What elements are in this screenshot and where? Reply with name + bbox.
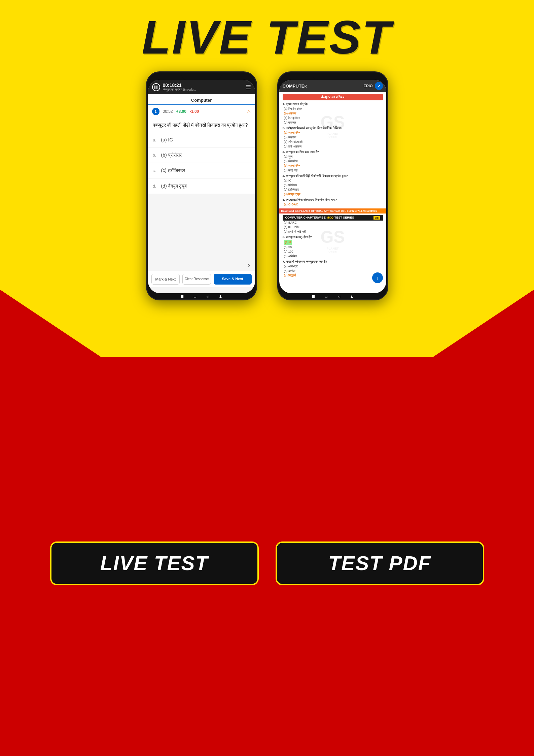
clear-response-button[interactable]: Clear Response (182, 274, 211, 285)
hamburger-icon[interactable]: ☰ (246, 84, 251, 91)
pdf-q2-b: (b) लेबनीज (284, 135, 383, 140)
option-a-text: (a) IC (161, 137, 173, 142)
phones-container: 00:18:21 कंप्यूटर का परिचय (Introdu... ☰… (146, 71, 388, 300)
phone-nav-bar: ☰ □ ◁ ♟ (147, 293, 256, 299)
option-c-text: (c) ट्रॉजिस्टर (161, 168, 185, 173)
pdf-q7-c: (c) सिद्धार्थ (284, 273, 383, 278)
pdf-q1-b: (b) अबेकस (284, 111, 383, 116)
page-title: LIVE TEST (142, 10, 392, 65)
question-text: कम्प्यूटर की पहली पीढ़ी में कोनसी डिवाइस… (148, 118, 255, 132)
pdf-q3-a: (a) लूज (284, 155, 383, 159)
pdf-q2-a: (a) चार्ल्स बेवेज (284, 131, 383, 135)
tab-bar: Computer (148, 94, 255, 105)
fullscreen-button[interactable]: ⤢ (375, 82, 383, 90)
nav-back-icon: ◁ (206, 295, 209, 298)
live-test-button-label: LIVE TEST (100, 552, 208, 575)
quiz-screen: 00:18:21 कंप्यूटर का परिचय (Introdu... ☰… (148, 80, 255, 293)
pdf-q4-c: (c) ट्रॉजिस्टर (284, 188, 383, 192)
pdf-q3-b: (b) लेवबनीज (284, 159, 383, 164)
nav-person-icon: ♟ (219, 295, 222, 298)
timer-block: 00:18:21 कंप्यूटर का परिचय (Introdu... (163, 83, 196, 92)
pdf-screen: COMPUTER ERIO ⤢ कंप्यूटर का परिचय GS P (279, 80, 386, 293)
pdf-q3: 3. कम्प्यूटर का पिता कहा जाता है? (283, 150, 383, 154)
pdf-q1-d: (d) पास्कल (284, 121, 383, 125)
right-phone-nav-bar: ☰ □ ◁ ♟ (278, 293, 387, 299)
right-phone: COMPUTER ERIO ⤢ कंप्यूटर का परिचय GS P (277, 71, 388, 300)
option-b-text: (b) प्रोसेसर (161, 152, 182, 158)
pdf-q2-d: (d) हार्ड आइकन (284, 144, 383, 149)
warning-icon: ⚠ (247, 109, 251, 114)
question-time: 00:52 (163, 109, 173, 114)
next-arrow[interactable]: › (248, 261, 250, 270)
pause-button[interactable] (152, 83, 160, 91)
option-d-label: d. (153, 184, 161, 189)
pdf-q7-a: (a) आर्यभट्ट (284, 264, 383, 269)
pdf-q1-c: (c) कैलकुलेटर (284, 116, 383, 121)
pdf-section-title: कंप्यूटर का परिचय (283, 94, 383, 100)
tab-label[interactable]: Computer (191, 98, 212, 103)
option-c[interactable]: c. (c) ट्रॉजिस्टर (148, 163, 255, 178)
nav-person-icon-r: ♟ (350, 295, 353, 298)
pdf-q6: 6. कम्प्यूटर का IQ होता है? (283, 235, 383, 239)
left-phone: 00:18:21 कंप्यूटर का परिचय (Introdu... ☰… (146, 71, 257, 300)
pdf-q3-d: (d) कोई नहीं (284, 168, 383, 173)
nav-menu-icon: ☰ (181, 295, 184, 298)
test-pdf-button[interactable]: TEST PDF (276, 541, 484, 585)
pause-icon (154, 86, 157, 89)
pdf-q2-c: (c) जॉन मोउफली (284, 140, 383, 144)
options-list: a. (a) IC b. (b) प्रोसेसर c. (c) ट्रॉजिस… (148, 132, 255, 194)
pdf-q6-c: (c) 100 (284, 250, 383, 254)
live-test-button[interactable]: LIVE TEST (50, 541, 259, 585)
nav-back-icon-r: ◁ (337, 295, 340, 298)
quiz-timer: 00:18:21 (163, 83, 196, 88)
option-a[interactable]: a. (a) IC (148, 132, 255, 147)
pdf-q3-c: (c) चार्ल्स बेवेज (284, 164, 383, 168)
pdf-s2-none: (d) इनमें से कोई नहीं (284, 230, 383, 234)
pdf-q6-b: (b) 50 (284, 245, 383, 250)
quiz-header: 00:18:21 कंप्यूटर का परिचय (Introdu... ☰ (148, 80, 255, 94)
pdf-q6-a: (a) 0 (284, 240, 292, 245)
pdf-q7-b: (b) अशोक (284, 269, 383, 274)
pdf-section-header: COMPUTER CHAPTERWISE MCQ TEST SERIES GS (283, 215, 383, 221)
bottom-buttons: Mark & Next Clear Response Save & Next (148, 271, 255, 287)
pdf-q4-b: (b) प्रोसेसर (284, 183, 383, 188)
save-next-button[interactable]: Save & Next (214, 274, 252, 285)
bottom-buttons-row: LIVE TEST TEST PDF (50, 541, 484, 585)
pdf-content: कंप्यूटर का परिचय GS PLANET Official 1. … (279, 92, 386, 278)
quiz-subtitle: कंप्यूटर का परिचय (Introdu... (163, 88, 196, 92)
question-meta: 1 00:52 +3.00 -1.00 ⚠ (148, 105, 255, 118)
bottom-section: LIVE TEST TEST PDF (0, 357, 534, 756)
pdf-q7: 7. भारत में बने प्रथम कम्प्यूटर का नाम ह… (283, 260, 383, 264)
score-negative: -1.00 (190, 109, 199, 114)
pdf-q6-d: (d) अभिमित (284, 254, 383, 259)
gs-label: GS (373, 216, 380, 220)
option-c-label: c. (153, 168, 161, 173)
pdf-q4-d: (d) वेक्यूम ट्यूब (284, 192, 383, 197)
option-d-text: (d) वैक्यूम ट्यूब (161, 183, 187, 189)
test-pdf-button-label: TEST PDF (328, 552, 431, 575)
pdf-q7-d: (d) बुद्ध (284, 278, 383, 279)
pdf-q1: 1. प्रथम गणना यंत्र है? (283, 102, 383, 106)
option-a-label: a. (153, 137, 161, 142)
pdf-s2-barc: (b) BARC (284, 221, 383, 225)
header-left: 00:18:21 कंप्यूटर का परिचय (Introdu... (152, 83, 196, 92)
option-b-label: b. (153, 153, 161, 158)
score-positive: +3.00 (176, 109, 186, 114)
pdf-q4-a: (a) IC (284, 178, 383, 183)
decoration-triangle-left (0, 290, 101, 357)
nav-home-icon-r: □ (325, 295, 327, 298)
pdf-s2-iit: (c) IIT Delhi (284, 225, 383, 230)
option-b[interactable]: b. (b) प्रोसेसर (148, 147, 255, 163)
pdf-q5: 5. PARAM किस संस्था द्वारा विकसित किया ग… (283, 198, 383, 202)
pdf-header-title: COMPUTER (283, 84, 307, 89)
top-section: LIVE TEST 00:18:21 कंप्यूटर का परि (0, 0, 534, 357)
mark-next-button[interactable]: Mark & Next (151, 274, 180, 285)
pdf-ticker: Download GS PLANET OFFICIAL APP Contact … (279, 208, 386, 213)
pdf-header: COMPUTER ERIO ⤢ (279, 80, 386, 92)
nav-home-icon: □ (194, 295, 196, 298)
pdf-q1-a: (a) रिफरेंस इंजन (284, 107, 383, 111)
question-number: 1 (152, 108, 159, 115)
pdf-q5-a: (a) C-DAC (284, 202, 383, 207)
nav-menu-icon-r: ☰ (312, 295, 315, 298)
option-d[interactable]: d. (d) वैक्यूम ट्यूब (148, 178, 255, 194)
